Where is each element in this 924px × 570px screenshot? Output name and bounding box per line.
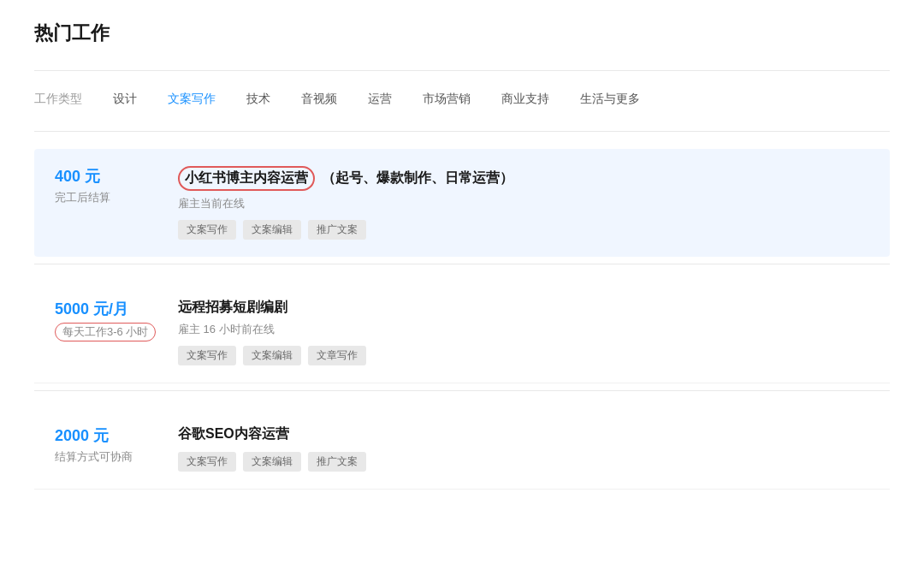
job-1-tag-0[interactable]: 文案写作 [178,220,236,240]
category-item-marketing[interactable]: 市场营销 [423,88,471,110]
job-2-tag-1[interactable]: 文案编辑 [243,346,301,365]
category-item-tech[interactable]: 技术 [246,88,270,110]
top-divider [34,70,890,71]
job-card-3[interactable]: 2000 元 结算方式可协商 谷歌SEO内容运营 文案写作 文案编辑 推广文案 [34,408,890,490]
job-3-tag-2[interactable]: 推广文案 [308,452,366,472]
job-3-tags: 文案写作 文案编辑 推广文案 [178,452,869,472]
card2-divider [34,390,890,391]
category-nav: 工作类型 设计 文案写作 技术 音视频 运营 市场营销 商业支持 生活与更多 [34,88,890,124]
job-2-title: 远程招募短剧编剧 [178,299,287,317]
job-2-left: 5000 元/月 每天工作3-6 小时 [55,299,157,341]
job-3-price: 2000 元 [55,425,157,446]
job-1-title-row: 小红书博主内容运营（起号、爆款制作、日常运营） [178,166,869,191]
job-3-left: 2000 元 结算方式可协商 [55,425,157,465]
job-1-price: 400 元 [55,166,157,187]
job-card-1-inner: 400 元 完工后结算 小红书博主内容运营（起号、爆款制作、日常运营） 雇主当前… [55,166,869,240]
job-1-right: 小红书博主内容运营（起号、爆款制作、日常运营） 雇主当前在线 文案写作 文案编辑… [178,166,869,240]
job-2-price: 5000 元/月 [55,299,157,319]
job-2-right: 远程招募短剧编剧 雇主 16 小时前在线 文案写作 文案编辑 文章写作 [178,299,869,365]
card1-divider [34,264,890,264]
category-item-media[interactable]: 音视频 [301,88,337,110]
category-item-operations[interactable]: 运营 [368,88,392,110]
job-card-2-inner: 5000 元/月 每天工作3-6 小时 远程招募短剧编剧 雇主 16 小时前在线… [55,299,869,365]
job-3-price-note: 结算方式可协商 [55,449,157,465]
job-3-right: 谷歌SEO内容运营 文案写作 文案编辑 推广文案 [178,425,869,472]
job-1-status: 雇主当前在线 [178,196,869,211]
job-2-title-row: 远程招募短剧编剧 [178,299,869,317]
job-2-tags: 文案写作 文案编辑 文章写作 [178,346,869,365]
category-item-business[interactable]: 商业支持 [501,88,549,110]
job-1-tags: 文案写作 文案编辑 推广文案 [178,220,869,240]
job-1-tag-1[interactable]: 文案编辑 [243,220,301,240]
category-item-design[interactable]: 设计 [113,88,137,110]
job-1-title-rest: （起号、爆款制作、日常运营） [322,169,513,187]
category-nav-label: 工作类型 [34,92,82,107]
job-1-tag-2[interactable]: 推广文案 [308,220,366,240]
job-card-3-inner: 2000 元 结算方式可协商 谷歌SEO内容运营 文案写作 文案编辑 推广文案 [55,425,869,472]
job-2-tag-2[interactable]: 文章写作 [308,346,366,365]
job-3-tag-1[interactable]: 文案编辑 [243,452,301,472]
job-1-price-note: 完工后结算 [55,190,157,205]
job-3-title-row: 谷歌SEO内容运营 [178,425,869,443]
job-2-tag-0[interactable]: 文案写作 [178,346,236,365]
page-title: 热门工作 [34,21,890,46]
nav-divider [34,131,890,132]
category-item-lifestyle[interactable]: 生活与更多 [580,88,640,110]
category-item-copywriting[interactable]: 文案写作 [168,88,216,110]
job-2-status: 雇主 16 小时前在线 [178,322,869,337]
job-2-price-note: 每天工作3-6 小时 [55,323,156,341]
job-card-2[interactable]: 5000 元/月 每天工作3-6 小时 远程招募短剧编剧 雇主 16 小时前在线… [34,282,890,383]
job-1-title-circled: 小红书博主内容运营 [178,166,315,191]
page-container: 热门工作 工作类型 设计 文案写作 技术 音视频 运营 市场营销 商业支持 生活… [0,0,924,517]
job-3-title: 谷歌SEO内容运营 [178,425,289,443]
job-1-left: 400 元 完工后结算 [55,166,157,205]
job-card-1[interactable]: 400 元 完工后结算 小红书博主内容运营（起号、爆款制作、日常运营） 雇主当前… [34,149,890,257]
job-3-tag-0[interactable]: 文案写作 [178,452,236,472]
